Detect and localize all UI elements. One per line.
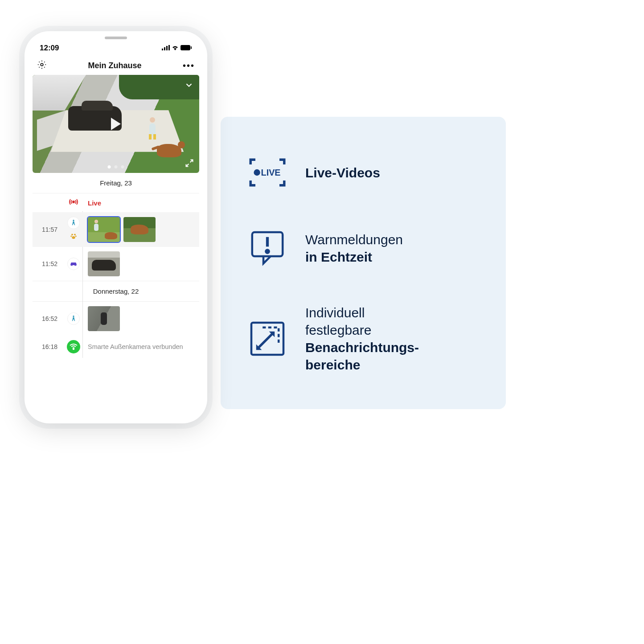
- svg-point-6: [41, 63, 43, 66]
- feature-alerts: Warnmeldungen in Echtzeit: [247, 228, 475, 268]
- status-time: 12:09: [40, 44, 59, 53]
- live-frame-icon: LIVE: [247, 152, 287, 193]
- svg-text:LIVE: LIVE: [261, 168, 281, 177]
- play-icon[interactable]: [111, 118, 121, 130]
- event-time: 11:57: [33, 226, 65, 233]
- svg-point-20: [255, 171, 259, 175]
- svg-point-15: [72, 236, 75, 239]
- phone-speaker-notch: [105, 37, 127, 39]
- alert-bubble-icon: [247, 228, 287, 268]
- svg-point-14: [75, 236, 77, 237]
- svg-point-12: [74, 234, 76, 235]
- svg-line-26: [258, 333, 273, 348]
- date-header: Donnerstag, 22: [33, 281, 199, 302]
- fullscreen-icon[interactable]: [185, 159, 194, 168]
- chevron-down-icon[interactable]: [184, 80, 194, 93]
- feature-line-1: Warnmeldungen: [305, 232, 403, 247]
- feature-title: Live-Videos: [305, 165, 380, 180]
- live-camera-preview[interactable]: [33, 75, 199, 173]
- resize-zone-icon: [247, 319, 287, 359]
- svg-rect-4: [180, 45, 190, 50]
- svg-rect-3: [168, 45, 170, 50]
- features-panel: LIVE Live-Videos Warnmeldungen in Echtze…: [221, 117, 506, 409]
- event-thumbnail[interactable]: [88, 251, 120, 276]
- battery-icon: [180, 44, 192, 53]
- feature-line-3b: bereiche: [305, 357, 360, 372]
- settings-button[interactable]: [37, 60, 47, 71]
- event-time: 16:18: [33, 343, 65, 350]
- svg-point-18: [73, 316, 74, 317]
- phone-mockup: 12:09 Mein Zuhause •••: [25, 31, 207, 423]
- svg-point-11: [71, 234, 73, 235]
- feature-live-videos: LIVE Live-Videos: [247, 152, 475, 193]
- app-title: Mein Zuhause: [88, 61, 141, 70]
- svg-rect-5: [191, 46, 192, 49]
- event-message: Smarte Außenkamera verbunden: [88, 343, 183, 350]
- svg-point-13: [70, 236, 72, 237]
- event-thumbnail[interactable]: [123, 217, 156, 242]
- live-label: Live: [88, 199, 101, 207]
- feature-alert-zones: Individuell festlegbare Benachrichtungs-…: [247, 304, 475, 373]
- more-button[interactable]: •••: [183, 61, 195, 70]
- svg-point-9: [73, 201, 74, 203]
- wifi-icon: [172, 44, 179, 53]
- person-icon: [67, 312, 80, 325]
- event-thumbnail[interactable]: [88, 217, 120, 242]
- date-header: Freitag, 23: [33, 173, 199, 193]
- svg-point-10: [73, 220, 74, 221]
- timeline-row-live[interactable]: Live: [33, 193, 199, 212]
- svg-point-24: [266, 250, 269, 253]
- person-icon: [67, 217, 80, 229]
- car-icon: [67, 258, 80, 270]
- timeline: Live 11:57 11:52: [33, 193, 199, 358]
- svg-rect-2: [166, 46, 168, 50]
- feature-line-3a: Benachrichtungs-: [305, 340, 419, 355]
- event-time: 11:52: [33, 260, 65, 267]
- live-broadcast-icon: [68, 198, 79, 208]
- event-thumbnail[interactable]: [88, 306, 120, 331]
- feature-line-1: Individuell: [305, 305, 365, 320]
- page-indicator: [108, 165, 124, 168]
- event-time: 16:52: [33, 315, 65, 322]
- timeline-row[interactable]: 11:57: [33, 212, 199, 247]
- svg-rect-0: [162, 49, 163, 50]
- timeline-row[interactable]: 16:18 Smarte Außenkamera verbunden: [33, 336, 199, 358]
- svg-point-16: [71, 265, 73, 266]
- wifi-connected-icon: [67, 340, 80, 353]
- svg-point-19: [73, 349, 74, 349]
- svg-rect-1: [164, 47, 165, 50]
- app-header: Mein Zuhause •••: [33, 54, 199, 75]
- svg-point-17: [74, 265, 76, 266]
- timeline-row[interactable]: 16:52: [33, 302, 199, 336]
- cellular-icon: [162, 44, 170, 53]
- timeline-row[interactable]: 11:52: [33, 247, 199, 281]
- feature-line-2: festlegbare: [305, 323, 371, 337]
- status-bar: 12:09: [33, 39, 199, 54]
- feature-line-2: in Echtzeit: [305, 250, 372, 264]
- paw-icon: [67, 230, 80, 242]
- status-icons-group: [162, 44, 192, 53]
